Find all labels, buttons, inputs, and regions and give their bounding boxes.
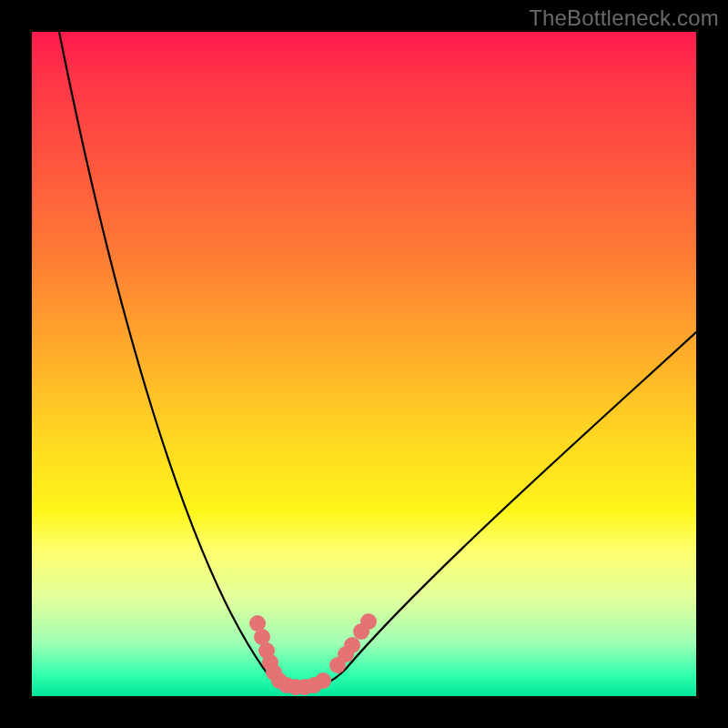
curve-svg <box>32 32 696 696</box>
curve-marker <box>315 672 331 689</box>
bottleneck-curve <box>59 32 696 687</box>
curve-marker <box>344 637 360 653</box>
plot-area <box>32 32 696 696</box>
chart-frame: TheBottleneck.com <box>0 0 728 728</box>
watermark-text: TheBottleneck.com <box>529 5 719 31</box>
curve-marker <box>360 613 377 630</box>
